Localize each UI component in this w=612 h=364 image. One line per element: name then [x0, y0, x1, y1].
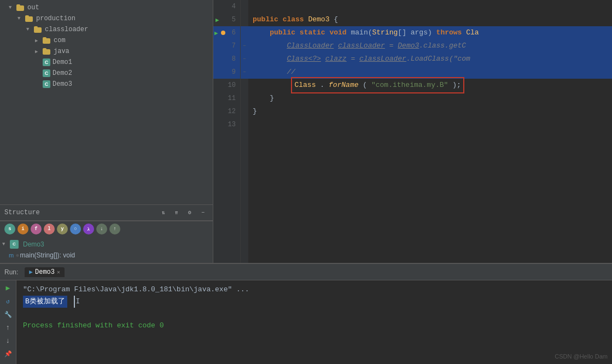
bottom-content: ▶ ↺ 🔧 ↑ ↓ 📌 "C:\Program Files\Java\jdk1.… — [0, 280, 612, 364]
gutter-11: 11 — [213, 92, 240, 105]
loadclass-8: .LoadClass("com — [406, 52, 470, 66]
keyword-static-6: static — [300, 26, 325, 39]
folder-icon-out — [16, 4, 25, 11]
fold-7[interactable]: − — [241, 39, 248, 52]
tree-item-demo2[interactable]: ▶ C Demo2 — [0, 68, 213, 79]
run-arrow-6: ▶ — [214, 30, 218, 37]
tree-item-production[interactable]: ▼ production — [0, 13, 213, 24]
scroll-up-btn[interactable]: ↑ — [3, 322, 14, 333]
fold-5 — [241, 13, 248, 26]
settings-btn[interactable]: ⚙ — [184, 207, 195, 218]
structure-header: Structure ⇅ ⇈ ⚙ − — [0, 204, 213, 221]
fold-9[interactable]: − — [241, 66, 248, 79]
tree-item-java[interactable]: ▶ java — [0, 46, 213, 57]
chevron-classloader: ▼ — [26, 27, 33, 32]
folder-icon-production — [25, 15, 34, 22]
tree-item-classloader[interactable]: ▼ classloader — [0, 24, 213, 35]
sort-type-btn[interactable]: ⇈ — [171, 207, 182, 218]
play-btn[interactable]: ▶ — [3, 283, 14, 293]
sort-alpha-btn[interactable]: ⇅ — [158, 207, 169, 218]
dot-10: . — [320, 81, 324, 89]
dot-class-7: .class.getC — [419, 39, 466, 52]
bottom-tabs: Run: ▶ Demo3 ✕ — [0, 264, 612, 280]
tab-icon-demo3: ▶ — [29, 268, 33, 275]
struct-demo3-label: Demo3 — [23, 240, 44, 248]
struct-icon-s[interactable]: s — [4, 224, 15, 234]
string-type-6: String — [372, 26, 398, 39]
fold-gutter: − − − — [241, 0, 248, 263]
console-highlight-2: B类被加载了 — [23, 296, 67, 308]
class-generic-8: Class<?> — [287, 52, 320, 66]
fold-8[interactable]: − — [241, 52, 248, 66]
gutter-5: 5 ▶ — [213, 13, 240, 26]
code-line-13 — [248, 118, 612, 131]
bracket-6: [] — [398, 26, 406, 39]
code-line-6: public static void main( String [] args)… — [248, 26, 612, 39]
run-label: Run: — [4, 268, 18, 276]
struct-icon-f[interactable]: f — [31, 224, 42, 234]
chevron-out: ▼ — [9, 5, 15, 10]
paren-close-10: ); — [452, 81, 461, 89]
clazz-var-8: clazz — [325, 52, 347, 66]
chevron-production: ▼ — [18, 16, 24, 21]
class-icon-demo1: C — [43, 58, 50, 66]
brace-close-12: } — [253, 105, 257, 118]
tree-label-classloader: classloader — [45, 26, 88, 33]
pin-btn[interactable]: 📌 — [3, 348, 14, 359]
folder-icon-com — [43, 37, 51, 44]
left-panel: ▼ out ▼ production ▼ classloader ▶ com — [0, 0, 213, 263]
struct-tree-demo3[interactable]: ▼ C Demo3 — [0, 239, 213, 250]
tree-item-demo1[interactable]: ▶ C Demo1 — [0, 57, 213, 68]
keyword-public-5: public — [253, 13, 278, 26]
struct-icon-l[interactable]: l — [44, 224, 55, 234]
code-line-4 — [248, 0, 612, 13]
console-line-1: "C:\Program Files\Java\jdk1.8.0_181\bin\… — [23, 284, 605, 296]
tree-label-demo2: Demo2 — [53, 69, 72, 77]
rerun-btn[interactable]: ↺ — [3, 296, 14, 307]
code-editor: 4 5 ▶ 6 ▶ 7 8 9 10 — [213, 0, 612, 263]
gutter-7: 7 — [213, 39, 240, 52]
struct-icon-i[interactable]: i — [18, 224, 28, 234]
wrench-btn[interactable]: 🔧 — [3, 309, 14, 320]
classloader-var-7: classLoader — [338, 39, 385, 52]
assign-7: = — [385, 39, 398, 52]
tree-label-com: com — [54, 37, 66, 44]
console-text-1: "C:\Program Files\Java\jdk1.8.0_181\bin\… — [23, 285, 249, 293]
args-6: args) — [411, 26, 432, 39]
structure-tree: ▼ C Demo3 m ⊕ main(String[]): void — [0, 237, 213, 263]
tree-item-demo3-file[interactable]: ▶ C Demo3 — [0, 79, 213, 90]
scroll-down-btn[interactable]: ↓ — [3, 335, 14, 346]
code-lines: public class Demo3 { public static void … — [248, 0, 612, 263]
class-ref-10: Class — [294, 81, 316, 89]
struct-icon-y[interactable]: y — [57, 224, 68, 234]
code-line-11: } — [248, 92, 612, 105]
struct-tree-main[interactable]: m ⊕ main(String[]): void — [0, 250, 213, 261]
code-line-10: Class . forName ( "com.itheima.my.B" ); — [248, 79, 612, 92]
struct-class-icon: C — [10, 240, 19, 249]
console-line-2: B类被加载了 I — [23, 296, 605, 308]
fold-10 — [241, 79, 248, 92]
struct-icon-arrow-down[interactable]: ↓ — [96, 224, 107, 234]
fold-11 — [241, 92, 248, 105]
struct-icon-o[interactable]: ○ — [70, 224, 81, 234]
code-line-12: } — [248, 105, 612, 118]
struct-icon-lambda[interactable]: λ — [83, 224, 94, 234]
tab-close-demo3[interactable]: ✕ — [57, 269, 60, 275]
tab-label-demo3: Demo3 — [35, 268, 55, 276]
cursor-indicator: I — [74, 296, 80, 308]
folder-icon-classloader — [34, 26, 43, 33]
struct-icon-arrow-up[interactable]: ↑ — [109, 224, 120, 234]
close-panel-btn[interactable]: − — [197, 207, 208, 218]
tree-item-com[interactable]: ▶ com — [0, 35, 213, 46]
tab-demo3[interactable]: ▶ Demo3 ✕ — [25, 267, 65, 277]
structure-title: Structure — [4, 209, 40, 216]
watermark: CSDN @Hello Dam — [555, 353, 608, 360]
access-icon: ⊕ — [16, 253, 19, 259]
warning-dot-6 — [221, 31, 225, 35]
tree-item-out[interactable]: ▼ out — [0, 2, 213, 13]
bottom-toolbar: ▶ ↺ 🔧 ↑ ↓ 📌 — [0, 280, 16, 364]
chevron-com: ▶ — [35, 38, 42, 44]
forname-box: Class . forName ( "com.itheima.my.B" ); — [291, 77, 464, 93]
paren-open-10: ( — [363, 81, 367, 89]
gutter-6: 6 ▶ — [213, 26, 240, 39]
